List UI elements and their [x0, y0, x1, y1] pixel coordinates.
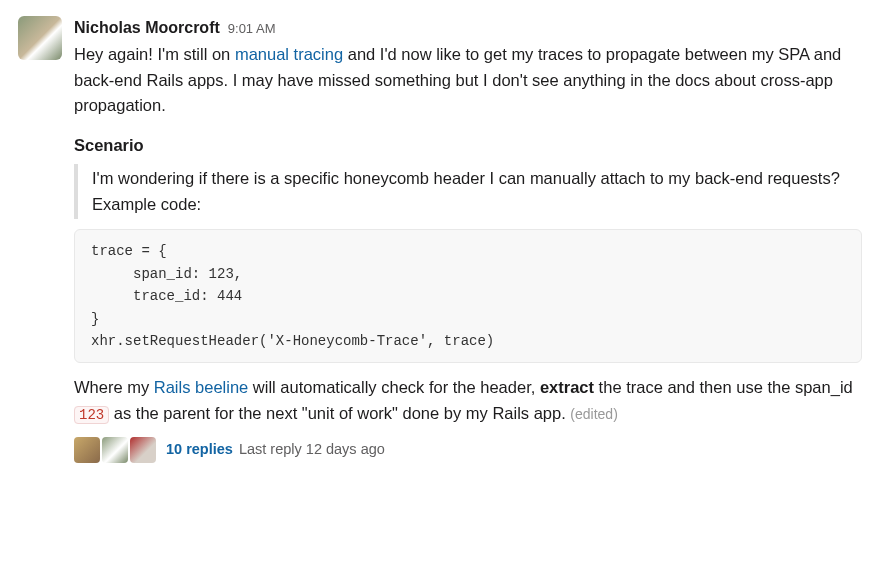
- quote-text: I'm wondering if there is a specific hon…: [92, 169, 840, 213]
- outro-post: as the parent for the next "unit of work…: [109, 404, 570, 422]
- rails-beeline-link[interactable]: Rails beeline: [154, 378, 248, 396]
- reply-avatar[interactable]: [130, 437, 156, 463]
- section-title: Scenario: [74, 133, 862, 159]
- avatar[interactable]: [18, 16, 62, 60]
- manual-tracing-link[interactable]: manual tracing: [235, 45, 343, 63]
- message-header: Nicholas Moorcroft 9:01 AM: [74, 16, 862, 40]
- intro-text-pre: Hey again! I'm still on: [74, 45, 235, 63]
- reply-avatar[interactable]: [74, 437, 100, 463]
- message-content: Nicholas Moorcroft 9:01 AM Hey again! I'…: [74, 16, 862, 463]
- edited-label: (edited): [570, 406, 617, 422]
- outro-mid2: the trace and then use the span_id: [594, 378, 853, 396]
- intro-paragraph: Hey again! I'm still on manual tracing a…: [74, 42, 862, 119]
- replies-link[interactable]: 10 replies: [166, 438, 233, 460]
- span-id-code: 123: [74, 406, 109, 424]
- thread-summary[interactable]: 10 replies Last reply 12 days ago: [74, 437, 862, 463]
- thread-avatars: [74, 437, 156, 463]
- timestamp[interactable]: 9:01 AM: [228, 19, 276, 39]
- message-body: Hey again! I'm still on manual tracing a…: [74, 42, 862, 463]
- code-block[interactable]: trace = { span_id: 123, trace_id: 444 } …: [74, 229, 862, 363]
- outro-mid1: will automatically check for the header,: [248, 378, 540, 396]
- username[interactable]: Nicholas Moorcroft: [74, 16, 220, 40]
- outro-paragraph: Where my Rails beeline will automaticall…: [74, 375, 862, 426]
- scenario-quote: I'm wondering if there is a specific hon…: [74, 164, 862, 219]
- outro-pre: Where my: [74, 378, 154, 396]
- extract-bold: extract: [540, 378, 594, 396]
- last-reply-meta: Last reply 12 days ago: [239, 438, 385, 460]
- reply-avatar[interactable]: [102, 437, 128, 463]
- slack-message: Nicholas Moorcroft 9:01 AM Hey again! I'…: [18, 16, 862, 463]
